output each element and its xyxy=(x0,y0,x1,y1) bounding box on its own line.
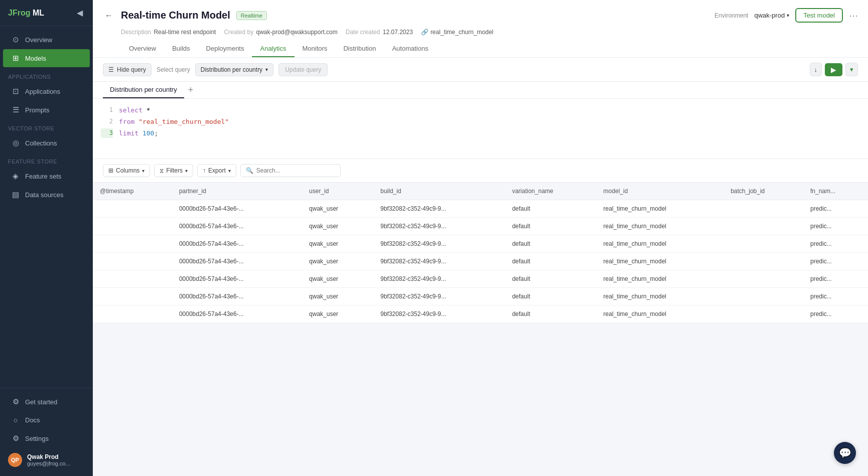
description-value: Real-time rest endpoint xyxy=(154,29,216,36)
filters-button[interactable]: ⧖ Filters ▾ xyxy=(154,164,193,177)
tabs: Overview Builds Deployments Analytics Mo… xyxy=(103,41,858,57)
sidebar-item-data-sources[interactable]: ▤ Data sources xyxy=(3,186,90,204)
test-model-button[interactable]: Test model xyxy=(795,8,843,23)
cell-partner_id: 0000bd26-57a4-43e6-... xyxy=(172,218,302,235)
tab-deployments[interactable]: Deployments xyxy=(198,41,252,57)
more-options-button[interactable]: ⋯ xyxy=(849,10,858,21)
col-model-id: model_id xyxy=(597,183,724,200)
query-select-value: Distribution per country xyxy=(201,66,262,73)
export-button[interactable]: ↑ Export ▾ xyxy=(197,164,236,177)
user-email: guyes@jfrog.co... xyxy=(27,460,70,466)
sidebar-item-settings[interactable]: ⚙ Settings xyxy=(3,429,90,447)
cell-build_id: 9bf32082-c352-49c9-9... xyxy=(373,305,505,323)
toolbar-left: ☰ Hide query Select query Distribution p… xyxy=(103,63,328,76)
columns-button[interactable]: ⊞ Columns ▾ xyxy=(103,164,150,177)
analytics-toolbar: ☰ Hide query Select query Distribution p… xyxy=(93,58,868,82)
download-button[interactable]: ↓ xyxy=(810,63,822,76)
applications-icon: ⊡ xyxy=(11,87,20,96)
topbar: ← Real-time Churn Model Realtime Environ… xyxy=(93,0,868,58)
get-started-icon: ⚙ xyxy=(11,397,20,406)
expand-button[interactable]: ▾ xyxy=(845,63,858,76)
back-button[interactable]: ← xyxy=(103,10,115,21)
docs-icon: ○ xyxy=(11,416,20,424)
cell-build_id: 9bf32082-c352-49c9-9... xyxy=(373,218,505,235)
cell-timestamp xyxy=(93,270,172,288)
sidebar-item-collections[interactable]: ◎ Collections xyxy=(3,134,90,152)
user-info: Qwak Prod guyes@jfrog.co... xyxy=(27,453,70,466)
sidebar-item-applications[interactable]: ⊡ Applications xyxy=(3,82,90,100)
sidebar-item-get-started[interactable]: ⚙ Get started xyxy=(3,393,90,411)
col-user-id: user_id xyxy=(302,183,373,200)
cell-variation_name: default xyxy=(505,288,597,305)
sidebar-item-docs[interactable]: ○ Docs xyxy=(3,411,90,429)
line-number-active: 3 xyxy=(101,128,113,138)
sidebar-section-vector-store: Vector store xyxy=(0,119,93,133)
line-number: 2 xyxy=(101,117,113,126)
query-tab-distribution[interactable]: Distribution per country xyxy=(103,82,184,98)
sidebar-item-label: Collections xyxy=(25,139,57,147)
tab-distribution[interactable]: Distribution xyxy=(335,41,384,57)
user-name: Qwak Prod xyxy=(27,453,70,460)
cell-user_id: qwak_user xyxy=(302,218,373,235)
hide-query-button[interactable]: ☰ Hide query xyxy=(103,63,152,76)
sidebar: JFrog ML ◀ ⊙ Overview ⊞ Models Applicati… xyxy=(0,0,93,476)
description-label: Description Real-time rest endpoint xyxy=(121,29,216,36)
tab-automations[interactable]: Automations xyxy=(384,41,436,57)
tab-analytics[interactable]: Analytics xyxy=(252,41,294,57)
tab-overview[interactable]: Overview xyxy=(121,41,164,57)
table-row: 0000bd26-57a4-43e6-...qwak_user9bf32082-… xyxy=(93,200,868,218)
add-query-tab-button[interactable]: + xyxy=(184,83,198,97)
col-variation-name: variation_name xyxy=(505,183,597,200)
cell-fn_name: predic... xyxy=(803,253,868,270)
env-selector[interactable]: qwak-prod ▾ xyxy=(754,12,789,19)
sql-editor: 1 select * 2 from "real_time_churn_model… xyxy=(93,99,868,159)
line-number: 1 xyxy=(101,105,113,115)
date-created: Date created 12.07.2023 xyxy=(346,29,413,36)
sidebar-item-feature-sets[interactable]: ◈ Feature sets xyxy=(3,167,90,185)
filters-icon: ⧖ xyxy=(160,167,164,174)
cell-model_id: real_time_churn_model xyxy=(597,218,724,235)
run-button[interactable]: ▶ xyxy=(825,63,842,76)
update-query-button[interactable]: Update query xyxy=(278,63,328,76)
sidebar-item-prompts[interactable]: ☰ Prompts xyxy=(3,101,90,119)
cell-fn_name: predic... xyxy=(803,270,868,288)
sql-line-2: 2 from "real_time_churn_model" xyxy=(93,116,868,128)
query-tabs: Distribution per country + xyxy=(93,82,868,99)
query-select[interactable]: Distribution per country ▾ xyxy=(195,63,273,76)
col-timestamp: @timestamp xyxy=(93,183,172,200)
tab-builds[interactable]: Builds xyxy=(164,41,198,57)
sidebar-item-label: Applications xyxy=(25,88,60,95)
sidebar-item-models[interactable]: ⊞ Models xyxy=(3,49,90,67)
cell-batch_job_id xyxy=(724,305,803,323)
table-row: 0000bd26-57a4-43e6-...qwak_user9bf32082-… xyxy=(93,235,868,253)
col-batch-job-id: batch_job_id xyxy=(724,183,803,200)
cell-user_id: qwak_user xyxy=(302,305,373,323)
search-input[interactable] xyxy=(256,167,335,174)
toolbar-right: ↓ ▶ ▾ xyxy=(810,63,858,76)
content-area: ☰ Hide query Select query Distribution p… xyxy=(93,58,868,476)
table-body: 0000bd26-57a4-43e6-...qwak_user9bf32082-… xyxy=(93,200,868,323)
cell-partner_id: 0000bd26-57a4-43e6-... xyxy=(172,235,302,253)
cell-timestamp xyxy=(93,288,172,305)
chat-bubble[interactable]: 💬 xyxy=(834,442,856,464)
env-label: Environment xyxy=(714,12,748,19)
sidebar-item-overview[interactable]: ⊙ Overview xyxy=(3,31,90,49)
search-box[interactable]: 🔍 xyxy=(240,164,341,177)
tab-monitors[interactable]: Monitors xyxy=(295,41,336,57)
sidebar-collapse-button[interactable]: ◀ xyxy=(75,7,85,19)
sidebar-item-label: Feature sets xyxy=(25,173,61,180)
sidebar-user[interactable]: QP Qwak Prod guyes@jfrog.co... xyxy=(0,448,93,472)
cell-build_id: 9bf32082-c352-49c9-9... xyxy=(373,270,505,288)
cell-timestamp xyxy=(93,200,172,218)
table-row: 0000bd26-57a4-43e6-...qwak_user9bf32082-… xyxy=(93,270,868,288)
cell-user_id: qwak_user xyxy=(302,253,373,270)
cell-batch_job_id xyxy=(724,218,803,235)
table-container: @timestamp partner_id user_id build_id v… xyxy=(93,183,868,323)
models-icon: ⊞ xyxy=(11,54,20,63)
settings-icon: ⚙ xyxy=(11,434,20,443)
sidebar-item-label: Overview xyxy=(25,36,52,44)
cell-user_id: qwak_user xyxy=(302,270,373,288)
chevron-down-icon: ▾ xyxy=(228,168,231,174)
cell-batch_job_id xyxy=(724,253,803,270)
env-value: qwak-prod xyxy=(754,12,785,19)
